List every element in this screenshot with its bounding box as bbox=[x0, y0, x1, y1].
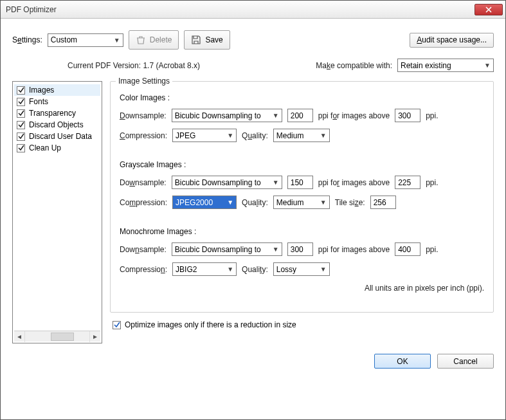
chevron-down-icon: ▼ bbox=[320, 199, 327, 206]
chevron-down-icon: ▼ bbox=[227, 132, 233, 139]
delete-button[interactable]: Delete bbox=[129, 30, 179, 50]
sidebar-item-label: Images bbox=[29, 86, 54, 95]
settings-value: Custom bbox=[51, 35, 77, 44]
color-quality-label: Quality: bbox=[242, 131, 268, 140]
save-button[interactable]: Save bbox=[184, 30, 230, 50]
close-icon bbox=[485, 6, 492, 13]
ok-button[interactable]: OK bbox=[374, 354, 431, 369]
sidebar-item-discard-user-data[interactable]: Discard User Data bbox=[14, 131, 100, 142]
chevron-down-icon: ▼ bbox=[227, 199, 233, 206]
gray-tile-input[interactable] bbox=[370, 196, 396, 209]
mono-compression-dropdown[interactable]: JBIG2▼ bbox=[172, 262, 237, 276]
image-settings-panel: Image Settings Color Images : Downsample… bbox=[110, 81, 494, 313]
color-downsample-dropdown[interactable]: Bicubic Downsampling to▼ bbox=[172, 109, 282, 122]
mono-heading: Monochrome Images : bbox=[120, 227, 484, 236]
compat-label: Make compatible with: bbox=[316, 61, 392, 70]
trash-icon bbox=[136, 35, 146, 45]
sidebar-item-label: Transparency bbox=[29, 109, 76, 118]
ppi-suffix: ppi. bbox=[426, 178, 438, 187]
chevron-down-icon: ▼ bbox=[227, 266, 233, 273]
color-ppi-input[interactable] bbox=[287, 109, 313, 122]
titlebar: PDF Optimizer bbox=[1, 1, 505, 19]
checkbox[interactable] bbox=[17, 121, 25, 129]
color-quality-dropdown[interactable]: Medium▼ bbox=[273, 129, 330, 142]
sidebar-item-label: Clean Up bbox=[29, 143, 61, 152]
gray-downsample-dropdown[interactable]: Bicubic Downsampling to▼ bbox=[172, 176, 282, 189]
audit-button[interactable]: Audit space usage... bbox=[410, 33, 494, 48]
color-compression-dropdown[interactable]: JPEG▼ bbox=[172, 129, 237, 142]
window-title: PDF Optimizer bbox=[6, 5, 474, 14]
optimize-checkbox[interactable] bbox=[113, 321, 121, 329]
gray-ppi-input[interactable] bbox=[287, 176, 313, 189]
mono-downsample-dropdown[interactable]: Bicubic Downsampling to▼ bbox=[172, 242, 282, 256]
ppi-above-label: ppi for images above bbox=[318, 111, 390, 120]
chevron-down-icon: ▼ bbox=[484, 62, 491, 69]
color-heading: Color Images : bbox=[120, 93, 484, 102]
color-compression-label: Compression: bbox=[120, 131, 167, 140]
units-note: All units are in pixels per inch (ppi). bbox=[120, 284, 484, 293]
sidebar-item-fonts[interactable]: Fonts bbox=[14, 96, 100, 107]
gray-compression-label: Compression: bbox=[120, 198, 167, 207]
mono-above-ppi-input[interactable] bbox=[395, 242, 420, 256]
scrollbar-horizontal[interactable]: ◂ ▸ bbox=[14, 331, 100, 342]
mono-ppi-input[interactable] bbox=[287, 242, 313, 256]
tile-size-label: Tile size: bbox=[335, 198, 365, 207]
ppi-suffix: ppi. bbox=[426, 111, 438, 120]
ppi-suffix: ppi. bbox=[426, 245, 438, 254]
mono-compression-label: Compression: bbox=[120, 265, 167, 274]
color-downsample-label: Downsample: bbox=[120, 111, 167, 120]
chevron-down-icon: ▼ bbox=[114, 37, 120, 44]
gray-quality-dropdown[interactable]: Medium▼ bbox=[273, 196, 330, 209]
chevron-down-icon: ▼ bbox=[273, 112, 279, 119]
category-list[interactable]: Images Fonts Transparency Discard Object… bbox=[12, 81, 102, 343]
checkbox[interactable] bbox=[17, 109, 25, 118]
pdf-version-text: Current PDF Version: 1.7 (Acrobat 8.x) bbox=[68, 61, 316, 70]
sidebar-item-images[interactable]: Images bbox=[14, 84, 100, 96]
gray-compression-dropdown[interactable]: JPEG2000▼ bbox=[172, 196, 237, 209]
settings-dropdown[interactable]: Custom▼ bbox=[48, 33, 123, 47]
sidebar-item-label: Discard Objects bbox=[29, 120, 84, 129]
sidebar-item-label: Fonts bbox=[29, 97, 48, 106]
panel-legend: Image Settings bbox=[116, 77, 172, 86]
sidebar-item-transparency[interactable]: Transparency bbox=[14, 107, 100, 119]
mono-quality-dropdown[interactable]: Lossy▼ bbox=[273, 262, 330, 276]
chevron-down-icon: ▼ bbox=[320, 266, 327, 273]
sidebar-item-clean-up[interactable]: Clean Up bbox=[14, 142, 100, 154]
ppi-above-label: ppi for images above bbox=[318, 178, 390, 187]
mono-downsample-label: Downsample: bbox=[120, 245, 167, 254]
chevron-down-icon: ▼ bbox=[273, 246, 279, 253]
gray-downsample-label: Downsample: bbox=[120, 178, 167, 187]
gray-above-ppi-input[interactable] bbox=[395, 176, 420, 189]
floppy-icon bbox=[191, 35, 201, 45]
mono-quality-label: Quality: bbox=[242, 265, 268, 274]
checkbox[interactable] bbox=[17, 144, 25, 152]
ppi-above-label: ppi for images above bbox=[318, 245, 390, 254]
sidebar-item-discard-objects[interactable]: Discard Objects bbox=[14, 119, 100, 131]
color-above-ppi-input[interactable] bbox=[395, 109, 420, 122]
checkbox[interactable] bbox=[17, 86, 25, 95]
compat-value: Retain existing bbox=[401, 61, 451, 70]
scroll-thumb[interactable] bbox=[51, 333, 74, 341]
checkbox[interactable] bbox=[17, 132, 25, 141]
optimize-checkbox-label: Optimize images only if there is a reduc… bbox=[125, 320, 296, 329]
gray-heading: Grayscale Images : bbox=[120, 160, 484, 169]
cancel-button[interactable]: Cancel bbox=[437, 354, 494, 369]
scroll-left-icon[interactable]: ◂ bbox=[14, 331, 25, 342]
checkbox[interactable] bbox=[17, 98, 25, 106]
scroll-right-icon[interactable]: ▸ bbox=[89, 331, 100, 342]
compat-dropdown[interactable]: Retain existing▼ bbox=[397, 59, 494, 72]
sidebar-item-label: Discard User Data bbox=[29, 132, 92, 141]
chevron-down-icon: ▼ bbox=[320, 132, 327, 139]
chevron-down-icon: ▼ bbox=[273, 179, 279, 186]
gray-quality-label: Quality: bbox=[242, 198, 268, 207]
close-button[interactable] bbox=[474, 4, 503, 15]
